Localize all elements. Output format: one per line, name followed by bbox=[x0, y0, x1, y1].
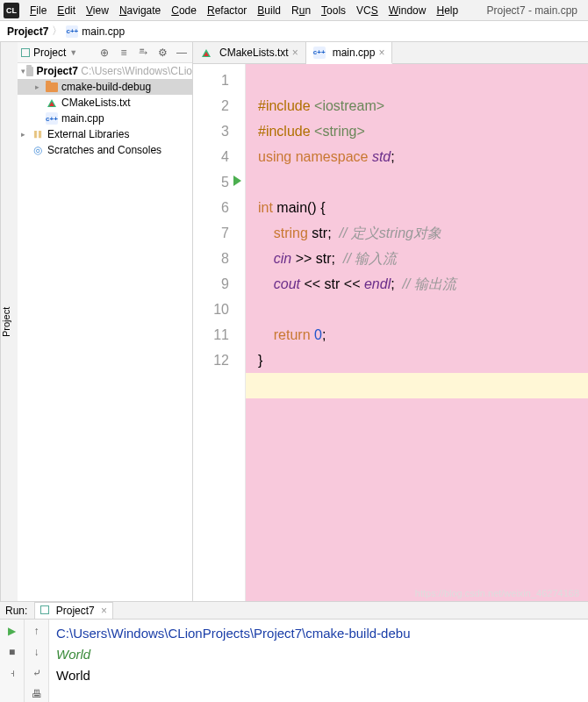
window-title: Project7 - main.cpp bbox=[487, 4, 577, 17]
project-view-icon bbox=[21, 48, 30, 57]
tree-cmake-file[interactable]: CMakeLists.txt bbox=[18, 95, 192, 111]
breadcrumb: Project7 〉 c++ main.cpp bbox=[0, 21, 588, 42]
menu-build[interactable]: Build bbox=[252, 3, 286, 18]
menu-navigate[interactable]: Navigate bbox=[114, 3, 166, 18]
library-icon: ⦀⦀ bbox=[32, 128, 44, 140]
menu-code[interactable]: Code bbox=[166, 3, 202, 18]
expand-icon[interactable]: ≡ bbox=[117, 46, 131, 60]
breadcrumb-separator-icon: 〉 bbox=[52, 24, 62, 39]
cpp-file-icon: c++ bbox=[46, 112, 58, 125]
cpp-file-icon: c++ bbox=[66, 25, 78, 38]
scratches-icon: ◎ bbox=[32, 144, 44, 156]
up-icon[interactable]: ↑ bbox=[29, 623, 45, 639]
chevron-down-icon: ▼ bbox=[69, 48, 77, 57]
tree-main-file[interactable]: c++ main.cpp bbox=[18, 111, 192, 126]
run-config-icon bbox=[40, 605, 49, 614]
folder-icon bbox=[46, 82, 58, 92]
close-icon[interactable]: × bbox=[292, 47, 298, 59]
menu-view[interactable]: View bbox=[81, 3, 114, 18]
tab-cmakelists[interactable]: CMakeLists.txt × bbox=[193, 42, 306, 63]
stop-icon[interactable]: ■ bbox=[4, 644, 20, 660]
hide-icon[interactable]: — bbox=[175, 46, 189, 60]
breadcrumb-file[interactable]: main.cpp bbox=[82, 25, 125, 38]
close-icon[interactable]: × bbox=[101, 605, 107, 617]
run-panel-label: Run: bbox=[5, 605, 27, 617]
cmake-file-icon bbox=[46, 97, 58, 109]
close-icon[interactable]: × bbox=[378, 47, 384, 59]
cmake-file-icon bbox=[200, 47, 212, 59]
down-icon[interactable]: ↓ bbox=[29, 644, 45, 660]
menu-edit[interactable]: Edit bbox=[52, 3, 81, 18]
print-icon[interactable]: 🖶 bbox=[29, 686, 45, 702]
app-icon: CL bbox=[4, 3, 19, 18]
watermark: https://blog.csdn.net/weixin_46274168 bbox=[415, 588, 579, 598]
run-gutter-icon[interactable] bbox=[233, 176, 241, 186]
menu-vcs[interactable]: VCS bbox=[351, 3, 384, 18]
tree-external-libs[interactable]: ▸ ⦀⦀ External Libraries bbox=[18, 126, 192, 142]
locate-icon[interactable]: ⊕ bbox=[97, 46, 111, 60]
cpp-file-icon: c++ bbox=[313, 47, 326, 59]
line-gutter: 1 2 3 4 5 6 7 8 9 10 11 12 bbox=[193, 64, 246, 601]
tree-build-dir[interactable]: ▸ cmake-build-debug bbox=[18, 79, 192, 95]
chevron-right-icon: ▸ bbox=[21, 130, 32, 139]
code-editor[interactable]: 1 2 3 4 5 6 7 8 9 10 11 12 #include <ios… bbox=[193, 64, 588, 601]
tree-project-root[interactable]: ▾ Project7 C:\Users\Windows\CLio bbox=[18, 63, 192, 79]
menu-tools[interactable]: Tools bbox=[316, 3, 351, 18]
run-tab-project[interactable]: Project7 × bbox=[34, 602, 113, 619]
tree-scratches[interactable]: ◎ Scratches and Consoles bbox=[18, 142, 192, 158]
folder-icon bbox=[26, 67, 32, 76]
chevron-right-icon: ▸ bbox=[35, 82, 46, 91]
project-tool-tab[interactable]: Project bbox=[0, 42, 18, 601]
menu-help[interactable]: Help bbox=[431, 3, 463, 18]
menu-file[interactable]: File bbox=[25, 3, 52, 18]
collapse-icon[interactable]: ⥱ bbox=[136, 46, 150, 60]
nav-header-label[interactable]: Project ▼ bbox=[21, 47, 77, 59]
breadcrumb-project[interactable]: Project7 bbox=[7, 25, 48, 38]
layout-icon[interactable]: ⫞ bbox=[4, 665, 20, 681]
tab-main-cpp[interactable]: c++ main.cpp × bbox=[306, 42, 393, 64]
run-console[interactable]: C:\Users\Windows\CLionProjects\Project7\… bbox=[49, 620, 588, 702]
wrap-icon[interactable]: ⤶ bbox=[29, 665, 45, 681]
menu-window[interactable]: Window bbox=[384, 3, 432, 18]
menu-refactor[interactable]: Refactor bbox=[202, 3, 252, 18]
rerun-icon[interactable]: ▶ bbox=[4, 623, 20, 639]
menu-run[interactable]: Run bbox=[286, 3, 316, 18]
gear-icon[interactable]: ⚙ bbox=[155, 46, 169, 60]
